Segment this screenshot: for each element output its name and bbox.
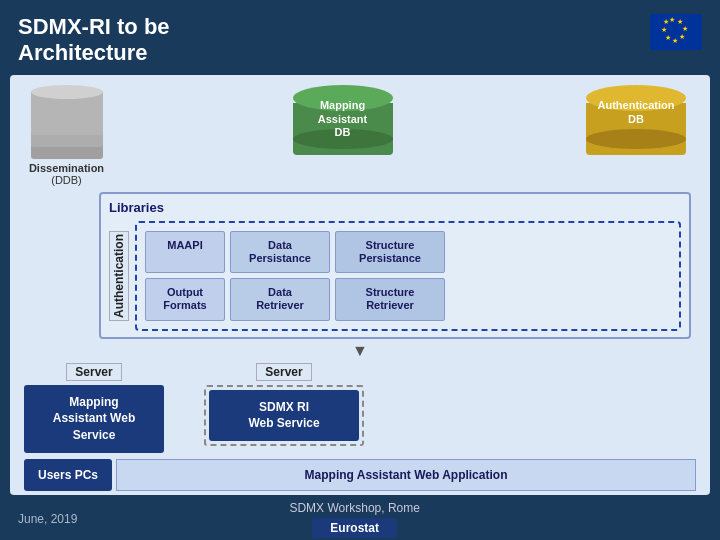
svg-text:★: ★ (665, 34, 671, 41)
server2-label: Server (256, 363, 311, 381)
svg-text:★: ★ (669, 16, 675, 23)
server1-box: MappingAssistant WebService (24, 385, 164, 453)
dissemination-label: Dissemination (29, 162, 104, 174)
title-line2: Architecture (18, 40, 170, 66)
dissemination-parens: (DDB) (51, 174, 82, 186)
libraries-title: Libraries (109, 200, 681, 215)
eurostat-badge: Eurostat (312, 518, 397, 538)
footer-center: SDMX Workshop, Rome Eurostat (289, 501, 419, 538)
header: SDMX-RI to be Architecture ★ ★ ★ ★ ★ ★ ★… (0, 0, 720, 75)
modules-inner-box: MAAPI DataPersistance StructurePersistan… (135, 221, 681, 331)
svg-rect-0 (650, 14, 702, 50)
users-pcs-box[interactable]: Users PCs (24, 459, 112, 491)
slide-title: SDMX-RI to be Architecture (18, 14, 170, 67)
server1-label: Server (66, 363, 121, 381)
modules-grid: MAAPI DataPersistance StructurePersistan… (145, 231, 671, 321)
output-formats-cell: OutputFormats (145, 278, 225, 320)
arrow-down-1: ▼ (24, 342, 696, 360)
mapping-db-block: MappingAssistantDB (283, 85, 403, 155)
data-persistance-cell: DataPersistance (230, 231, 330, 273)
slide: SDMX-RI to be Architecture ★ ★ ★ ★ ★ ★ ★… (0, 0, 720, 540)
structure-persistance-cell: StructurePersistance (335, 231, 445, 273)
server2-block: Server SDMX RIWeb Service (204, 363, 364, 447)
svg-text:★: ★ (672, 37, 678, 44)
auth-db-label: AuthenticationDB (586, 99, 686, 127)
server2-box: SDMX RIWeb Service (209, 390, 359, 442)
libraries-inner-row: Authentication MAAPI DataPersistance Str… (109, 221, 681, 331)
structure-retriever-cell: StructureRetriever (335, 278, 445, 320)
title-line1: SDMX-RI to be (18, 14, 170, 40)
maapi-cell: MAAPI (145, 231, 225, 273)
eu-logo: ★ ★ ★ ★ ★ ★ ★ ★ (650, 14, 702, 50)
dissemination-cylinder (31, 85, 103, 160)
svg-text:★: ★ (661, 26, 667, 33)
svg-text:★: ★ (682, 25, 688, 32)
data-retriever-cell: DataRetriever (230, 278, 330, 320)
svg-text:★: ★ (663, 18, 669, 25)
dissemination-block: Dissemination (DDB) (24, 85, 109, 186)
footer-date: June, 2019 (18, 512, 77, 526)
authentication-label: Authentication (109, 231, 129, 321)
auth-db-cylinder: AuthenticationDB (586, 85, 686, 155)
mapping-db-label: MappingAssistantDB (293, 99, 393, 140)
footer-event: SDMX Workshop, Rome (289, 501, 419, 515)
server1-block: Server MappingAssistant WebService (24, 363, 164, 453)
mapping-db-cylinder: MappingAssistantDB (293, 85, 393, 155)
mapping-app-box: Mapping Assistant Web Application (116, 459, 696, 491)
server2-dashed-wrapper: SDMX RIWeb Service (204, 385, 364, 447)
svg-text:★: ★ (677, 18, 683, 25)
svg-text:★: ★ (679, 33, 685, 40)
main-content: Dissemination (DDB) MappingAssistantDB (10, 75, 710, 495)
bottom-row: Users PCs Mapping Assistant Web Applicat… (24, 459, 696, 491)
footer: June, 2019 SDMX Workshop, Rome Eurostat (0, 497, 720, 540)
libraries-section: Libraries Authentication MAAPI DataPersi… (99, 192, 691, 339)
server-row: Server MappingAssistant WebService Serve… (24, 363, 696, 453)
auth-db-block: AuthenticationDB (576, 85, 696, 155)
